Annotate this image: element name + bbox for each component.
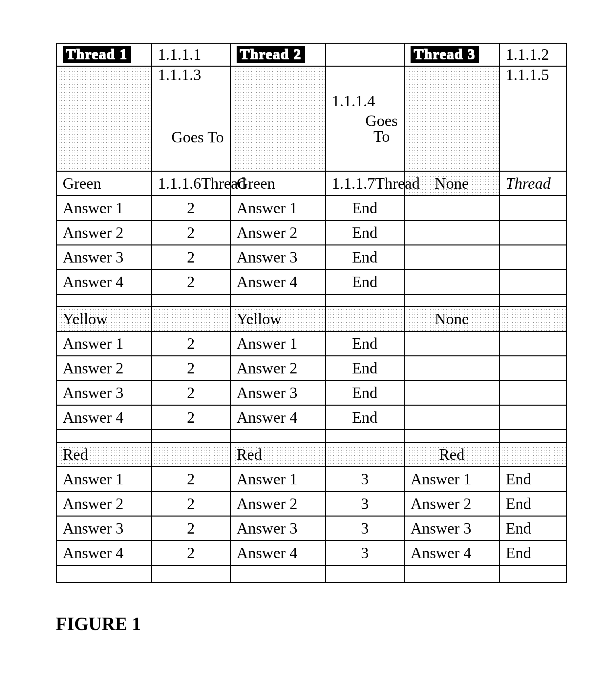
t3-answer <box>405 381 499 406</box>
t1-answer: Answer 1 <box>57 467 151 492</box>
goes-to-header: GoesTo <box>365 113 398 144</box>
t1-goesto: 2 <box>152 492 230 516</box>
ref-3b: 1.1.1.5 <box>506 66 549 83</box>
t2-answer: Answer 3 <box>231 381 325 406</box>
t3-answer <box>405 196 499 221</box>
spacer <box>326 295 404 307</box>
empty <box>326 44 404 66</box>
t1-goesto: 2 <box>152 196 230 221</box>
t3-goesto <box>500 221 566 245</box>
t2-extra <box>326 307 404 332</box>
spacer <box>57 295 151 307</box>
t1-answer: Answer 1 <box>57 196 151 221</box>
thread-word: Thread <box>500 172 566 196</box>
t2-goesto: End <box>326 381 404 406</box>
t2-goesto: End <box>326 245 404 270</box>
t3-status: None <box>405 172 499 196</box>
t1-goesto: 2 <box>152 541 230 566</box>
t1-goesto: 2 <box>152 270 230 295</box>
t1-answer: Answer 3 <box>57 516 151 541</box>
t1-answer: Answer 4 <box>57 270 151 295</box>
t3-goesto: End <box>500 492 566 516</box>
t1-goesto: 2 <box>152 516 230 541</box>
t3-goesto <box>500 332 566 356</box>
t2-answer: Answer 1 <box>231 196 325 221</box>
spacer <box>231 566 325 582</box>
spacer <box>500 295 566 307</box>
thread3-header: Thread 3 <box>410 46 479 63</box>
spacer <box>326 430 404 443</box>
thread1-header: Thread 1 <box>63 46 131 63</box>
spacer <box>405 566 499 582</box>
t3-answer <box>405 245 499 270</box>
empty <box>500 307 566 332</box>
t3-goesto <box>500 356 566 381</box>
t1-goesto: 2 <box>152 381 230 406</box>
t2-answer: Answer 2 <box>231 492 325 516</box>
t3-answer: Answer 1 <box>405 467 499 492</box>
t3-status: None <box>405 307 499 332</box>
t3-goesto <box>500 270 566 295</box>
t3-goesto <box>500 196 566 221</box>
t1-answer: Answer 2 <box>57 492 151 516</box>
spacer <box>152 430 230 443</box>
t1-answer: Answer 2 <box>57 356 151 381</box>
t1-answer: Answer 4 <box>57 406 151 430</box>
spacer <box>500 430 566 443</box>
ref-1b: 1.1.1.3 <box>158 66 201 83</box>
t2-goesto: 3 <box>326 516 404 541</box>
t2-goesto: End <box>326 196 404 221</box>
t1-answer: Answer 1 <box>57 332 151 356</box>
t3-answer <box>405 332 499 356</box>
t2-answer: Answer 4 <box>231 406 325 430</box>
t3-answer <box>405 356 499 381</box>
t3-answer <box>405 406 499 430</box>
t2-answer: Answer 3 <box>231 516 325 541</box>
t1-status: Red <box>57 443 151 467</box>
t1-extra <box>152 443 230 467</box>
t2-goesto: 3 <box>326 492 404 516</box>
goes-to-header: Goes To <box>171 129 224 145</box>
empty <box>500 443 566 467</box>
ref-2: 1.1.1.4 <box>332 93 375 109</box>
t3-answer: Answer 2 <box>405 492 499 516</box>
t2-goesto: 3 <box>326 541 404 566</box>
t3-goesto <box>500 406 566 430</box>
t2-answer: Answer 2 <box>231 221 325 245</box>
t1-goesto: 2 <box>152 332 230 356</box>
t1-goesto: 2 <box>152 467 230 492</box>
t1-extra: 1.1.1.6 <box>158 175 201 192</box>
t1-status: Yellow <box>57 307 151 332</box>
t2-answer: Answer 1 <box>231 467 325 492</box>
t3-status: Red <box>405 443 499 467</box>
spacer <box>57 430 151 443</box>
t3-goesto: End <box>500 516 566 541</box>
t2-status: Red <box>231 443 325 467</box>
thread1-subheader <box>57 66 151 172</box>
thread3-subheader <box>405 66 499 172</box>
t3-goesto: End <box>500 467 566 492</box>
t2-extra: 1.1.1.7 <box>332 175 375 192</box>
t2-goesto: End <box>326 406 404 430</box>
t1-goesto: 2 <box>152 245 230 270</box>
spacer <box>405 295 499 307</box>
t2-answer: Answer 3 <box>231 245 325 270</box>
spacer <box>326 566 404 582</box>
t3-goesto: End <box>500 541 566 566</box>
spacer <box>231 295 325 307</box>
t2-goesto: End <box>326 270 404 295</box>
t2-answer: Answer 4 <box>231 270 325 295</box>
t3-goesto <box>500 245 566 270</box>
t1-extra <box>152 307 230 332</box>
t3-goesto <box>500 381 566 406</box>
t2-status: Green <box>231 172 325 196</box>
t3-answer <box>405 221 499 245</box>
t3-answer <box>405 270 499 295</box>
t2-goesto: 3 <box>326 467 404 492</box>
t2-goesto: End <box>326 332 404 356</box>
thread2-header: Thread 2 <box>236 46 305 63</box>
t1-goesto: 2 <box>152 356 230 381</box>
t2-answer: Answer 2 <box>231 356 325 381</box>
t1-status: Green <box>57 172 151 196</box>
spacer <box>405 430 499 443</box>
